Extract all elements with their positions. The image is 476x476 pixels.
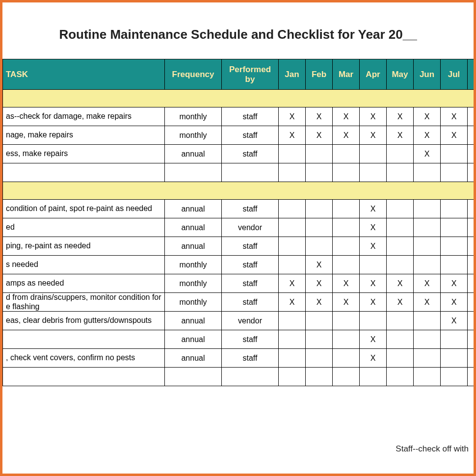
- month-cell[interactable]: [441, 330, 468, 349]
- month-cell-partial[interactable]: [468, 107, 476, 126]
- month-cell[interactable]: [414, 163, 441, 182]
- month-cell-partial[interactable]: [468, 312, 476, 330]
- month-cell[interactable]: [333, 349, 360, 368]
- month-cell[interactable]: [387, 368, 414, 386]
- month-cell[interactable]: X: [387, 126, 414, 145]
- month-cell[interactable]: [387, 163, 414, 182]
- month-cell[interactable]: X: [414, 107, 441, 126]
- month-cell[interactable]: X: [441, 126, 468, 145]
- month-cell[interactable]: X: [279, 274, 306, 293]
- month-cell[interactable]: X: [279, 107, 306, 126]
- month-cell[interactable]: [360, 145, 387, 163]
- month-cell[interactable]: [279, 256, 306, 274]
- month-cell[interactable]: [279, 218, 306, 237]
- month-cell[interactable]: [279, 330, 306, 349]
- month-cell[interactable]: [414, 200, 441, 218]
- month-cell[interactable]: [414, 256, 441, 274]
- month-cell[interactable]: X: [441, 107, 468, 126]
- month-cell[interactable]: [306, 349, 333, 368]
- month-cell[interactable]: [360, 368, 387, 386]
- month-cell-partial[interactable]: [468, 274, 476, 293]
- month-cell[interactable]: X: [306, 107, 333, 126]
- month-cell[interactable]: [441, 163, 468, 182]
- month-cell[interactable]: X: [414, 126, 441, 145]
- month-cell[interactable]: [414, 312, 441, 330]
- month-cell[interactable]: X: [441, 312, 468, 330]
- month-cell[interactable]: [279, 237, 306, 256]
- month-cell[interactable]: [333, 256, 360, 274]
- month-cell[interactable]: [387, 237, 414, 256]
- month-cell[interactable]: X: [360, 107, 387, 126]
- month-cell-partial[interactable]: [468, 256, 476, 274]
- month-cell[interactable]: X: [414, 274, 441, 293]
- month-cell[interactable]: [414, 330, 441, 349]
- month-cell[interactable]: [441, 349, 468, 368]
- month-cell[interactable]: [441, 368, 468, 386]
- month-cell[interactable]: [441, 200, 468, 218]
- month-cell[interactable]: [333, 163, 360, 182]
- month-cell-partial[interactable]: [468, 349, 476, 368]
- month-cell[interactable]: [279, 312, 306, 330]
- month-cell[interactable]: [360, 163, 387, 182]
- month-cell[interactable]: [360, 312, 387, 330]
- month-cell[interactable]: X: [387, 107, 414, 126]
- month-cell-partial[interactable]: [468, 200, 476, 218]
- month-cell[interactable]: X: [360, 330, 387, 349]
- month-cell[interactable]: [387, 349, 414, 368]
- month-cell[interactable]: X: [360, 237, 387, 256]
- month-cell[interactable]: [306, 237, 333, 256]
- month-cell[interactable]: X: [441, 293, 468, 312]
- month-cell[interactable]: [306, 200, 333, 218]
- month-cell[interactable]: X: [279, 293, 306, 312]
- month-cell-partial[interactable]: [468, 293, 476, 312]
- month-cell[interactable]: X: [333, 107, 360, 126]
- month-cell[interactable]: X: [306, 126, 333, 145]
- month-cell[interactable]: X: [387, 274, 414, 293]
- month-cell[interactable]: [306, 312, 333, 330]
- month-cell[interactable]: X: [360, 218, 387, 237]
- month-cell[interactable]: [306, 218, 333, 237]
- month-cell-partial[interactable]: [468, 126, 476, 145]
- month-cell-partial[interactable]: [468, 163, 476, 182]
- month-cell-partial[interactable]: [468, 330, 476, 349]
- month-cell[interactable]: [333, 237, 360, 256]
- month-cell[interactable]: X: [387, 293, 414, 312]
- month-cell[interactable]: [387, 218, 414, 237]
- month-cell-partial[interactable]: [468, 368, 476, 386]
- month-cell[interactable]: [414, 349, 441, 368]
- month-cell[interactable]: [306, 145, 333, 163]
- month-cell[interactable]: [333, 368, 360, 386]
- month-cell[interactable]: [441, 145, 468, 163]
- month-cell[interactable]: X: [306, 256, 333, 274]
- month-cell[interactable]: [414, 218, 441, 237]
- month-cell[interactable]: X: [333, 274, 360, 293]
- month-cell[interactable]: [387, 145, 414, 163]
- month-cell[interactable]: X: [360, 126, 387, 145]
- month-cell[interactable]: [387, 330, 414, 349]
- month-cell[interactable]: [414, 237, 441, 256]
- month-cell[interactable]: X: [360, 293, 387, 312]
- month-cell[interactable]: [306, 163, 333, 182]
- month-cell[interactable]: [387, 200, 414, 218]
- month-cell[interactable]: [441, 218, 468, 237]
- month-cell[interactable]: [306, 330, 333, 349]
- month-cell[interactable]: [441, 256, 468, 274]
- month-cell-partial[interactable]: [468, 237, 476, 256]
- month-cell[interactable]: [279, 145, 306, 163]
- month-cell[interactable]: [279, 349, 306, 368]
- month-cell[interactable]: X: [279, 126, 306, 145]
- month-cell[interactable]: [306, 368, 333, 386]
- month-cell[interactable]: [333, 200, 360, 218]
- month-cell[interactable]: [441, 237, 468, 256]
- month-cell[interactable]: X: [360, 349, 387, 368]
- month-cell[interactable]: X: [414, 145, 441, 163]
- month-cell[interactable]: [387, 312, 414, 330]
- month-cell[interactable]: [387, 256, 414, 274]
- month-cell[interactable]: [279, 163, 306, 182]
- month-cell[interactable]: X: [360, 200, 387, 218]
- month-cell[interactable]: X: [441, 274, 468, 293]
- month-cell[interactable]: X: [333, 293, 360, 312]
- month-cell[interactable]: X: [333, 126, 360, 145]
- month-cell[interactable]: [333, 312, 360, 330]
- month-cell[interactable]: [333, 218, 360, 237]
